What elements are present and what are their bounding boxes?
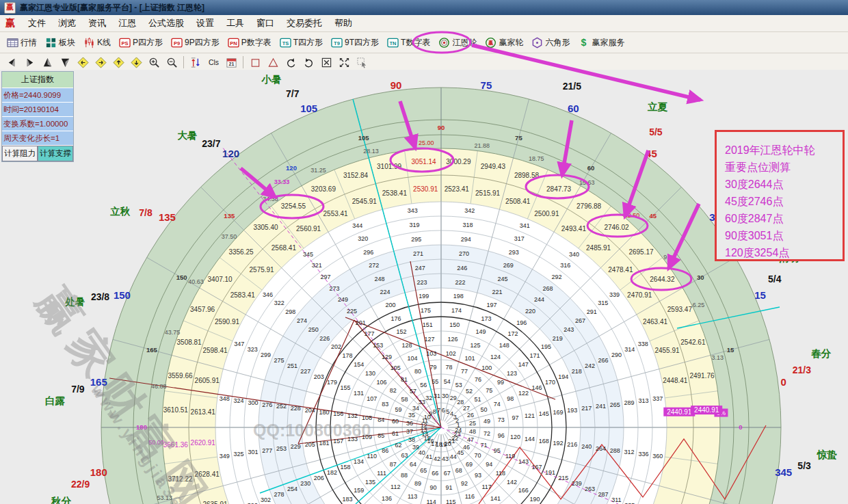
menu-item-settings[interactable]: 设置: [190, 16, 220, 29]
svg-text:171: 171: [529, 352, 540, 359]
calendar-button[interactable]: 21: [222, 54, 240, 70]
menu-item-gann[interactable]: 江恩: [112, 16, 142, 29]
svg-text:77: 77: [461, 368, 468, 375]
cls-button[interactable]: Cls: [204, 54, 222, 70]
svg-text:87: 87: [390, 461, 397, 468]
svg-text:264: 264: [596, 445, 606, 452]
menu-item-help[interactable]: 帮助: [328, 16, 358, 29]
select-tool-button[interactable]: [353, 54, 371, 70]
close-box-button[interactable]: [317, 54, 335, 70]
toolbar-item-market-quotes[interactable]: 行情: [3, 35, 41, 51]
toolbar-item-gann-wheel[interactable]: 江恩轮: [434, 35, 481, 51]
svg-text:35: 35: [408, 412, 415, 419]
svg-text:192: 192: [553, 440, 563, 447]
menu-item-trade-entrust[interactable]: 交易委托: [280, 16, 328, 29]
zoom-out-button[interactable]: [163, 54, 181, 70]
svg-text:TS: TS: [282, 40, 289, 46]
svg-text:47: 47: [467, 436, 474, 443]
svg-text:60: 60: [568, 103, 579, 114]
nav-back-button[interactable]: [3, 54, 21, 70]
svg-text:2478.41: 2478.41: [608, 266, 633, 274]
nav-right-icon: [24, 57, 36, 68]
svg-text:2583.41: 2583.41: [230, 291, 256, 299]
svg-text:253: 253: [276, 445, 287, 452]
svg-text:75: 75: [515, 134, 522, 142]
svg-text:69: 69: [466, 461, 473, 468]
svg-text:$: $: [581, 37, 587, 48]
svg-text:165: 165: [90, 376, 107, 388]
svg-text:155: 155: [340, 384, 350, 391]
draw-triangle-button[interactable]: [264, 54, 282, 70]
svg-text:322: 322: [274, 300, 284, 306]
svg-text:立秋: 立秋: [109, 206, 131, 217]
menu-item-window[interactable]: 窗口: [250, 16, 280, 29]
nav-left-icon: [6, 57, 18, 68]
shift-right-button[interactable]: [92, 54, 109, 70]
toolbar-item-t-number-table[interactable]: TNT数字表: [383, 35, 434, 51]
draw-square-button[interactable]: [246, 54, 264, 70]
shift-left-button[interactable]: [74, 54, 92, 70]
svg-text:314: 314: [624, 346, 635, 353]
rotate-ccw-button[interactable]: [282, 54, 300, 70]
menu-item-news[interactable]: 资讯: [82, 16, 112, 29]
menu-item-tools[interactable]: 工具: [220, 16, 250, 29]
toolbar-item-9t-square[interactable]: T99T四方形: [327, 35, 383, 51]
svg-text:295: 295: [411, 236, 421, 243]
shift-up-button[interactable]: [109, 54, 127, 70]
svg-text:52: 52: [466, 388, 473, 395]
svg-text:2538.41: 2538.41: [382, 189, 408, 197]
nav-forward-button[interactable]: [21, 54, 38, 70]
svg-text:316: 316: [560, 262, 570, 269]
svg-text:6: 6: [442, 407, 445, 414]
svg-text:276: 276: [262, 401, 272, 408]
toolbar-item-winner-wheel[interactable]: 赢赢家轮: [481, 35, 527, 51]
toolbar-item-9p-square[interactable]: P99P四方形: [167, 35, 224, 51]
svg-text:2440.91: 2440.91: [667, 408, 692, 416]
svg-text:156: 156: [333, 410, 343, 417]
updown-scale-button[interactable]: [187, 54, 204, 70]
menu-item-formula-stock-pick[interactable]: 公式选股: [142, 16, 190, 29]
index-name: 上证指数: [2, 72, 73, 88]
shift-down-button[interactable]: [127, 54, 145, 70]
svg-text:22/9: 22/9: [71, 479, 90, 490]
svg-text:105: 105: [390, 364, 401, 371]
svg-text:298: 298: [285, 308, 295, 315]
toolbar-item-winner-service[interactable]: $赢家服务: [574, 35, 628, 51]
svg-text:243: 243: [564, 326, 574, 333]
svg-text:春分: 春分: [810, 348, 832, 359]
nav-down-button[interactable]: [56, 54, 74, 70]
toolbar-item-kline[interactable]: K线: [79, 35, 115, 51]
svg-text:180: 180: [136, 423, 147, 431]
toolbar-item-t-square[interactable]: TST四方形: [276, 35, 327, 51]
menu-item-file[interactable]: 文件: [22, 16, 52, 29]
svg-text:3508.81: 3508.81: [177, 339, 202, 346]
svg-text:15.63: 15.63: [579, 179, 595, 186]
svg-text:183: 183: [343, 496, 353, 503]
toolbar-label-gann-wheel: 江恩轮: [452, 37, 477, 49]
svg-text:129: 129: [382, 354, 392, 360]
svg-text:119: 119: [505, 453, 515, 460]
svg-text:51: 51: [475, 396, 481, 403]
toolbar-label-9p-square: 9P四方形: [185, 37, 220, 49]
menu-item-browse[interactable]: 浏览: [52, 16, 82, 29]
svg-text:3712.22: 3712.22: [168, 475, 193, 483]
fit-view-button[interactable]: [335, 54, 353, 70]
calc-resistance-button[interactable]: 计算阻力: [2, 146, 38, 161]
svg-text:56: 56: [420, 382, 427, 388]
svg-text:229: 229: [291, 443, 301, 450]
svg-text:2440.91: 2440.91: [694, 406, 719, 414]
toolbar-item-p-number-table[interactable]: PNP数字表: [224, 35, 276, 51]
toolbar-item-p-square[interactable]: PSP四方形: [115, 35, 167, 51]
toolbar-item-hexagon[interactable]: 六角形: [527, 35, 574, 51]
zoom-in-button[interactable]: [145, 54, 163, 70]
toolbar-item-sectors[interactable]: 板块: [41, 35, 79, 51]
svg-text:151: 151: [423, 321, 433, 328]
svg-text:31.25: 31.25: [310, 167, 326, 174]
nav-up-button[interactable]: [38, 54, 56, 70]
rotate-cw-button[interactable]: [300, 54, 317, 70]
svg-text:3254.55: 3254.55: [281, 202, 306, 210]
svg-text:199: 199: [419, 293, 429, 300]
calc-support-button[interactable]: 计算支撑: [38, 146, 73, 161]
svg-text:25: 25: [469, 420, 476, 427]
svg-text:89: 89: [414, 480, 421, 487]
